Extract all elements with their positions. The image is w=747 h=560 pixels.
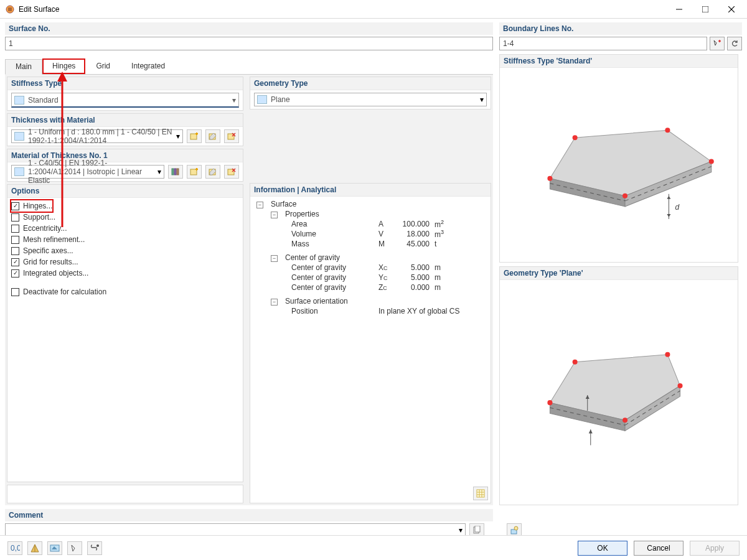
- option-label: Hinges...: [23, 202, 52, 210]
- dialog-content: Surface No. Boundary Lines No. Main Hing…: [0, 19, 747, 535]
- svg-point-30: [547, 176, 552, 181]
- svg-rect-50: [475, 526, 480, 532]
- tab-main[interactable]: Main: [5, 59, 42, 75]
- boundary-lines-label: Boundary Lines No.: [499, 22, 742, 35]
- material-value: 1 - C40/50 | EN 1992-1-1:2004/A1:2014 | …: [28, 159, 157, 185]
- option-hinges[interactable]: Hinges...: [11, 200, 52, 212]
- edit-thickness-button[interactable]: [205, 129, 220, 143]
- footer-bar: 0,00 OK Cancel Apply: [0, 535, 747, 560]
- tab-hinges[interactable]: Hinges: [42, 58, 85, 74]
- geometry-panel: Geometry Type Plane ▾: [250, 77, 491, 110]
- new-material-button[interactable]: [187, 165, 202, 179]
- chevron-down-icon: ▾: [480, 95, 484, 104]
- option-label: Support...: [23, 213, 55, 222]
- minimize-button[interactable]: [666, 1, 692, 18]
- material-library-button[interactable]: [168, 165, 183, 179]
- svg-rect-14: [177, 169, 179, 175]
- close-button[interactable]: [718, 1, 745, 18]
- option-label: Integrated objects...: [23, 269, 88, 278]
- option-eccentricity[interactable]: Eccentricity...: [11, 223, 239, 234]
- info-grid-button[interactable]: [473, 487, 488, 500]
- thickness-combo[interactable]: 1 - Uniform | d : 180.0 mm | 1 - C40/50 …: [11, 129, 183, 143]
- svg-point-33: [709, 159, 714, 164]
- window-title: Edit Surface: [19, 5, 666, 14]
- collapse-icon[interactable]: −: [271, 299, 278, 306]
- units-button[interactable]: 0,00: [7, 541, 22, 555]
- svg-point-32: [665, 128, 670, 133]
- stiffness-swatch-icon: [14, 96, 24, 105]
- svg-point-44: [665, 352, 670, 357]
- options-panel: Options Hinges... Support...: [7, 184, 243, 482]
- surface-no-input[interactable]: [5, 37, 493, 50]
- option-label: Specific axes...: [23, 246, 73, 255]
- option-label: Eccentricity...: [23, 224, 67, 233]
- new-thickness-button[interactable]: [187, 129, 202, 143]
- option-label: Deactivate for calculation: [23, 287, 106, 296]
- geometry-type-combo[interactable]: Plane ▾: [254, 93, 487, 106]
- stiffness-panel: Stiffness Type Standard ▾: [7, 77, 243, 111]
- option-mesh-refinement[interactable]: Mesh refinement...: [11, 234, 239, 245]
- thickness-panel: Thickness with Material 1 - Uniform | d …: [7, 113, 243, 146]
- ok-button[interactable]: OK: [578, 541, 627, 556]
- pick-lines-button[interactable]: [710, 37, 725, 50]
- edit-material-button[interactable]: [205, 165, 220, 179]
- view-button[interactable]: [27, 541, 42, 555]
- material-combo[interactable]: 1 - C40/50 | EN 1992-1-1:2004/A1:2014 | …: [11, 165, 164, 179]
- svg-rect-13: [174, 169, 176, 175]
- boundary-lines-input[interactable]: [499, 37, 707, 50]
- checkbox-icon: [11, 225, 19, 233]
- delete-material-button[interactable]: [224, 165, 239, 179]
- collapse-icon[interactable]: −: [256, 202, 263, 208]
- checkbox-icon: [11, 269, 19, 278]
- thickness-swatch-icon: [14, 132, 24, 141]
- comment-section: Comment ▾: [5, 509, 742, 537]
- tab-integrated[interactable]: Integrated: [121, 58, 176, 74]
- titlebar: Edit Surface: [0, 0, 747, 19]
- pick-button[interactable]: [67, 541, 82, 555]
- option-deactivate[interactable]: Deactivate for calculation: [11, 286, 239, 297]
- blank-panel: [7, 485, 243, 503]
- svg-rect-15: [190, 169, 197, 175]
- thickness-value: 1 - Uniform | d : 180.0 mm | 1 - C40/50 …: [28, 128, 176, 145]
- chevron-down-icon: ▾: [459, 526, 463, 534]
- svg-point-46: [622, 418, 627, 422]
- option-label: Mesh refinement...: [23, 235, 85, 244]
- svg-rect-20: [477, 490, 484, 497]
- checkbox-icon: [11, 288, 19, 296]
- svg-point-31: [573, 135, 578, 140]
- option-support[interactable]: Support...: [11, 212, 239, 223]
- tab-grid[interactable]: Grid: [85, 58, 121, 74]
- information-header: Information | Analytical: [250, 184, 491, 197]
- svg-point-34: [622, 194, 627, 198]
- stiffness-label: Stiffness Type: [7, 77, 243, 90]
- collapse-icon[interactable]: −: [271, 255, 278, 262]
- chevron-down-icon: ▾: [157, 167, 161, 176]
- render-button[interactable]: [47, 541, 62, 555]
- script-button[interactable]: [87, 541, 102, 555]
- apply-button[interactable]: Apply: [690, 541, 740, 556]
- reverse-lines-button[interactable]: [727, 37, 742, 50]
- tabs: Main Hinges Grid Integrated: [5, 58, 493, 74]
- svg-rect-2: [702, 6, 708, 12]
- collapse-icon[interactable]: −: [271, 212, 278, 218]
- option-specific-axes[interactable]: Specific axes...: [11, 245, 239, 256]
- preview-geometry: Geometry Type 'Plane': [499, 266, 738, 505]
- geometry-label: Geometry Type: [250, 77, 491, 90]
- chevron-down-icon: ▾: [232, 96, 236, 105]
- info-table: −Surface −Properties AreaA100.000m2 Volu…: [254, 199, 487, 316]
- preview-stiffness-svg: d: [500, 55, 738, 262]
- preview-geometry-label: Geometry Type 'Plane': [500, 267, 738, 280]
- cancel-button[interactable]: Cancel: [634, 541, 684, 556]
- comment-label: Comment: [5, 509, 493, 521]
- checkbox-icon: [11, 202, 19, 210]
- preview-stiffness: Stiffness Type 'Standard' d: [499, 54, 738, 263]
- maximize-button[interactable]: [692, 1, 718, 18]
- delete-thickness-button[interactable]: [224, 129, 239, 143]
- stiffness-type-combo[interactable]: Standard ▾: [11, 93, 239, 108]
- checkbox-icon: [11, 258, 19, 266]
- thickness-label: Thickness with Material: [7, 114, 243, 127]
- option-integrated-objects[interactable]: Integrated objects...: [11, 268, 239, 279]
- svg-rect-12: [172, 169, 174, 175]
- option-grid-for-results[interactable]: Grid for results...: [11, 256, 239, 268]
- checkbox-icon: [11, 247, 19, 255]
